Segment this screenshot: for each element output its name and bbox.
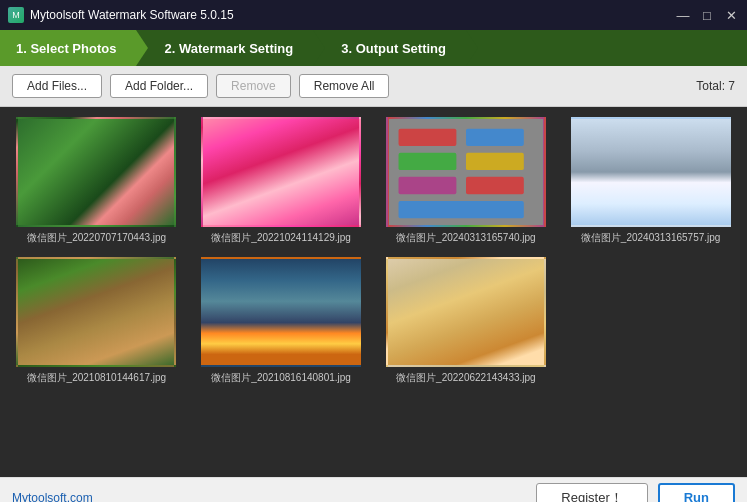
minimize-button[interactable]: — (675, 7, 691, 23)
photo-thumb-2 (201, 117, 361, 227)
photo-name-1: 微信图片_20220707170443.jpg (27, 231, 167, 245)
bottom-bar: Mytoolsoft.com Register！ Run (0, 477, 747, 502)
svg-rect-2 (466, 129, 524, 146)
step-3-label: 3. Output Setting (341, 41, 446, 56)
photo-thumb-7 (386, 257, 546, 367)
svg-rect-6 (466, 177, 524, 194)
photo-item[interactable]: 微信图片_20220707170443.jpg (10, 117, 183, 245)
add-folder-button[interactable]: Add Folder... (110, 74, 208, 98)
photo-grid: 微信图片_20220707170443.jpg微信图片_202210241141… (10, 117, 737, 385)
photo-name-4: 微信图片_20240313165757.jpg (581, 231, 721, 245)
svg-rect-5 (398, 177, 456, 194)
photo-name-6: 微信图片_20210816140801.jpg (211, 371, 351, 385)
photo-item[interactable]: 微信图片_20210816140801.jpg (195, 257, 368, 385)
total-label: Total: 7 (696, 79, 735, 93)
photo-thumb-4 (571, 117, 731, 227)
svg-rect-3 (398, 153, 456, 170)
photo-name-5: 微信图片_20210810144617.jpg (27, 371, 167, 385)
bottom-actions: Register！ Run (536, 483, 735, 503)
app-icon: M (8, 7, 24, 23)
photo-thumb-5 (16, 257, 176, 367)
step-1[interactable]: 1. Select Photos (0, 30, 136, 66)
step-1-label: 1. Select Photos (16, 41, 116, 56)
photo-thumb-6 (201, 257, 361, 367)
photo-item[interactable]: 微信图片_20210810144617.jpg (10, 257, 183, 385)
step-3[interactable]: 3. Output Setting (325, 30, 466, 66)
photo-item[interactable]: 微信图片_20240313165740.jpg (380, 117, 553, 245)
photo-name-7: 微信图片_20220622143433.jpg (396, 371, 536, 385)
remove-button[interactable]: Remove (216, 74, 291, 98)
add-files-button[interactable]: Add Files... (12, 74, 102, 98)
step-2[interactable]: 2. Watermark Setting (148, 30, 313, 66)
photo-item[interactable]: 微信图片_20221024114129.jpg (195, 117, 368, 245)
photo-name-3: 微信图片_20240313165740.jpg (396, 231, 536, 245)
svg-rect-1 (398, 129, 456, 146)
title-bar: M Mytoolsoft Watermark Software 5.0.15 —… (0, 0, 747, 30)
remove-all-button[interactable]: Remove All (299, 74, 390, 98)
register-button[interactable]: Register！ (536, 483, 647, 503)
svg-rect-4 (466, 153, 524, 170)
photo-name-2: 微信图片_20221024114129.jpg (211, 231, 351, 245)
step-bar: 1. Select Photos 2. Watermark Setting 3.… (0, 30, 747, 66)
website-link[interactable]: Mytoolsoft.com (12, 491, 93, 503)
app-title: Mytoolsoft Watermark Software 5.0.15 (30, 8, 675, 22)
step-2-label: 2. Watermark Setting (164, 41, 293, 56)
toolbar: Add Files... Add Folder... Remove Remove… (0, 66, 747, 107)
maximize-button[interactable]: □ (699, 7, 715, 23)
photo-item[interactable]: 微信图片_20220622143433.jpg (380, 257, 553, 385)
window-controls: — □ ✕ (675, 7, 739, 23)
photo-thumb-1 (16, 117, 176, 227)
close-button[interactable]: ✕ (723, 7, 739, 23)
photo-thumb-3 (386, 117, 546, 227)
svg-rect-7 (398, 201, 523, 218)
run-button[interactable]: Run (658, 483, 735, 503)
photo-item[interactable]: 微信图片_20240313165757.jpg (564, 117, 737, 245)
photo-grid-area: 微信图片_20220707170443.jpg微信图片_202210241141… (0, 107, 747, 477)
